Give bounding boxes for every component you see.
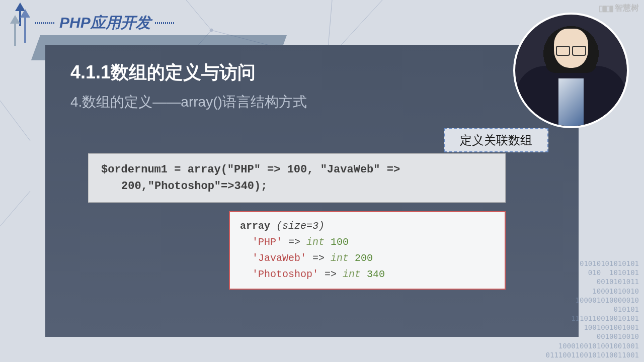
code-output-box: array (size=3) 'PHP' => int 100 'JavaWeb… xyxy=(229,211,506,290)
out-key: 'Photoshop' xyxy=(252,268,318,280)
svg-point-1 xyxy=(210,29,213,32)
svg-line-8 xyxy=(0,191,30,226)
code-definition-box: $ordernum1 = array("PHP" => 100, "JavaWe… xyxy=(88,153,506,203)
out-arrow: => xyxy=(318,268,343,280)
course-title: PHP应用开发 xyxy=(59,13,151,33)
svg-marker-9 xyxy=(15,3,25,11)
svg-marker-13 xyxy=(10,15,20,24)
svg-line-7 xyxy=(0,101,30,141)
binary-decoration: 01010101010101 010 1010101 0010101011 10… xyxy=(546,259,639,359)
header-dots-left xyxy=(35,22,55,24)
out-type: int xyxy=(343,268,367,280)
out-type: int xyxy=(331,252,355,264)
out-type: int xyxy=(306,236,331,248)
out-key: 'PHP' xyxy=(252,236,282,248)
slide-body: 4.1.1数组的定义与访问 4.数组的定义——array()语言结构方式 定义关… xyxy=(45,45,579,337)
output-array-kw: array xyxy=(240,220,276,232)
output-row: 'Photoshop' => int 340 xyxy=(240,266,495,283)
output-row: 'PHP' => int 100 xyxy=(240,234,495,250)
section-title: 4.1.1数组的定义与访问 xyxy=(70,60,553,85)
out-val: 200 xyxy=(355,252,373,264)
watermark: ▯▮▯▮ 智慧树 xyxy=(599,3,639,14)
svg-rect-10 xyxy=(19,11,21,26)
decorative-arrows xyxy=(10,0,30,50)
out-val: 100 xyxy=(331,236,349,248)
course-header: PHP应用开发 xyxy=(35,13,175,33)
header-dots-right xyxy=(155,22,175,24)
out-key: 'JavaWeb' xyxy=(252,252,306,264)
label-badge: 定义关联数组 xyxy=(444,128,548,152)
output-header: array (size=3) xyxy=(240,218,495,234)
watermark-text: 智慧树 xyxy=(615,3,639,14)
out-arrow: => xyxy=(282,236,306,248)
out-arrow: => xyxy=(306,252,331,264)
code-line-2: 200,"Photoshop"=>340); xyxy=(101,178,493,195)
output-row: 'JavaWeb' => int 200 xyxy=(240,250,495,266)
section-subtitle: 4.数组的定义——array()语言结构方式 xyxy=(70,93,553,112)
presenter-avatar xyxy=(513,13,629,128)
svg-rect-14 xyxy=(14,24,16,46)
code-line-1: $ordernum1 = array("PHP" => 100, "JavaWe… xyxy=(101,161,493,178)
svg-line-0 xyxy=(186,0,211,30)
slide-container: 4.1.1数组的定义与访问 4.数组的定义——array()语言结构方式 定义关… xyxy=(40,35,594,337)
out-val: 340 xyxy=(367,268,385,280)
watermark-logo-icon: ▯▮▯▮ xyxy=(599,4,613,13)
output-size: (size=3) xyxy=(276,220,325,232)
svg-rect-12 xyxy=(24,18,26,43)
